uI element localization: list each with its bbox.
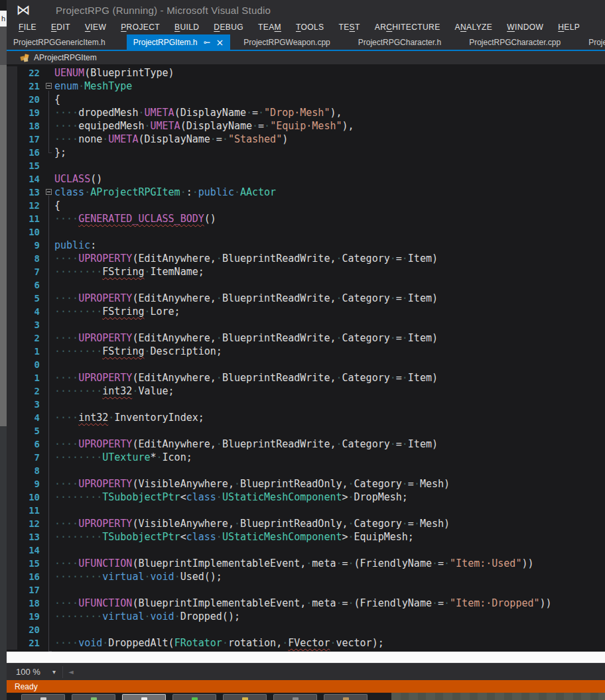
breakpoint-margin[interactable] (7, 186, 17, 199)
fold-margin[interactable] (45, 398, 54, 411)
breakpoint-margin[interactable] (7, 477, 17, 491)
menu-item-help[interactable]: HELP (551, 20, 587, 34)
fold-margin[interactable] (45, 278, 54, 292)
menu-item-project[interactable]: PROJECT (113, 20, 167, 34)
fold-margin[interactable] (45, 424, 54, 438)
code-text[interactable]: ····UPROPERTY(EditAnywhere,·BlueprintRea… (54, 438, 605, 451)
code-text[interactable]: ····UPROPERTY(VisibleAnywhere,·Blueprint… (54, 477, 605, 491)
code-text[interactable] (54, 159, 605, 172)
breakpoint-margin[interactable] (7, 636, 17, 650)
code-text[interactable]: ········TSubobjectPtr<class·UStaticMeshC… (54, 491, 605, 504)
zoom-control[interactable]: 100 % ▾ (7, 664, 62, 680)
menu-item-tools[interactable]: TOOLS (289, 20, 331, 34)
code-text[interactable]: ····int32·InventoryIndex; (54, 411, 605, 424)
fold-margin[interactable] (45, 119, 54, 133)
breakpoint-margin[interactable] (7, 345, 17, 358)
code-editor[interactable]: 22UENUM(BlueprintType)21enum·MeshType20{… (7, 64, 605, 652)
breakpoint-margin[interactable] (7, 119, 17, 133)
breakpoint-margin[interactable] (7, 225, 17, 239)
fold-margin[interactable] (45, 583, 54, 597)
fold-margin[interactable] (45, 318, 54, 331)
code-text[interactable]: class·AProjectRPGItem·:·public·AActor (54, 186, 605, 199)
breakpoint-margin[interactable] (7, 517, 17, 530)
fold-margin[interactable] (45, 451, 54, 464)
code-text[interactable] (54, 583, 605, 597)
breadcrumb-bar[interactable]: AProjectRPGItem (7, 51, 605, 64)
breakpoint-margin[interactable] (7, 133, 17, 146)
fold-margin[interactable] (45, 411, 54, 424)
breakpoint-margin[interactable] (7, 544, 17, 557)
code-text[interactable]: ····UFUNCTION(BlueprintImplementableEven… (54, 597, 605, 610)
tab-projectrpgcharacter.cpp[interactable]: ProjectRPGCharacter.cpp (462, 34, 567, 50)
fold-margin[interactable] (45, 159, 54, 172)
menu-item-architecture[interactable]: ARCHITECTURE (368, 20, 448, 34)
fold-margin[interactable] (45, 570, 54, 583)
menu-item-window[interactable]: WINDOW (500, 20, 551, 34)
fold-margin[interactable] (45, 93, 54, 106)
fold-margin[interactable] (45, 106, 54, 119)
breakpoint-margin[interactable] (7, 623, 17, 636)
menu-item-file[interactable]: FILE (11, 20, 44, 34)
tab-projectrpggenericitem.h[interactable]: ProjectRPGGenericItem.h (7, 34, 112, 50)
taskbar-button-2[interactable] (72, 694, 115, 700)
fold-margin[interactable] (45, 66, 54, 80)
code-text[interactable]: ····UPROPERTY(EditAnywhere,·BlueprintRea… (54, 252, 605, 265)
fold-margin[interactable] (45, 358, 54, 371)
code-text[interactable] (54, 358, 605, 371)
breakpoint-margin[interactable] (7, 305, 17, 318)
fold-margin[interactable] (45, 292, 54, 305)
tab-projectrp[interactable]: ProjectRP (582, 34, 605, 50)
fold-margin[interactable] (45, 557, 54, 570)
breakpoint-margin[interactable] (7, 159, 17, 172)
breakpoint-margin[interactable] (7, 212, 17, 225)
breakpoint-margin[interactable] (7, 610, 17, 623)
fold-margin[interactable] (45, 305, 54, 318)
menu-item-debug[interactable]: DEBUG (206, 20, 251, 34)
breakpoint-margin[interactable] (7, 66, 17, 80)
breakpoint-margin[interactable] (7, 583, 17, 597)
code-text[interactable] (54, 464, 605, 477)
scroll-left-icon[interactable]: ◄ (68, 668, 74, 675)
breakpoint-margin[interactable] (7, 239, 17, 252)
fold-margin[interactable] (45, 384, 54, 398)
breakpoint-margin[interactable] (7, 146, 17, 159)
code-text[interactable] (54, 544, 605, 557)
fold-margin[interactable] (45, 477, 54, 491)
code-text[interactable] (54, 278, 605, 292)
breakpoint-margin[interactable] (7, 172, 17, 186)
menu-item-edit[interactable]: EDIT (44, 20, 78, 34)
horizontal-scrollbar[interactable] (79, 664, 605, 680)
code-text[interactable]: ····UPROPERTY(VisibleAnywhere,·Blueprint… (54, 517, 605, 530)
code-text[interactable]: ········virtual·void·Used(); (54, 570, 605, 583)
code-text[interactable]: { (54, 93, 605, 106)
tab-projectrpgcharacter.h[interactable]: ProjectRPGCharacter.h (352, 34, 448, 50)
fold-margin[interactable] (45, 212, 54, 225)
fold-margin[interactable] (45, 371, 54, 384)
fold-margin[interactable] (45, 597, 54, 610)
breakpoint-margin[interactable] (7, 570, 17, 583)
breakpoint-margin[interactable] (7, 424, 17, 438)
code-text[interactable] (54, 318, 605, 331)
code-text[interactable]: ········UTexture*·Icon; (54, 451, 605, 464)
breakpoint-margin[interactable] (7, 384, 17, 398)
code-text[interactable]: ····dropedMesh·UMETA(DisplayName·=·"Drop… (54, 106, 605, 119)
collapse-icon[interactable] (46, 189, 52, 195)
code-text[interactable]: ········FString·Description; (54, 345, 605, 358)
breakpoint-margin[interactable] (7, 504, 17, 517)
breakpoint-margin[interactable] (7, 331, 17, 345)
breakpoint-margin[interactable] (7, 464, 17, 477)
breakpoint-margin[interactable] (7, 451, 17, 464)
code-text[interactable]: ····UPROPERTY(EditAnywhere,·BlueprintRea… (54, 292, 605, 305)
taskbar-button-3[interactable] (122, 694, 166, 700)
taskbar-button-5[interactable] (223, 694, 267, 700)
breakpoint-margin[interactable] (7, 398, 17, 411)
code-text[interactable]: ····UPROPERTY(EditAnywhere,·BlueprintRea… (54, 331, 605, 345)
pin-icon[interactable]: ⊸ (204, 38, 210, 47)
tab-projectrpgitem.h[interactable]: ProjectRPGItem.h⊸× (127, 34, 231, 50)
fold-margin[interactable] (45, 186, 54, 199)
chevron-down-icon[interactable]: ▾ (52, 668, 56, 675)
code-text[interactable] (54, 504, 605, 517)
taskbar-button-4[interactable] (172, 694, 216, 700)
breakpoint-margin[interactable] (7, 80, 17, 93)
code-text[interactable]: ········FString·ItemName; (54, 265, 605, 278)
